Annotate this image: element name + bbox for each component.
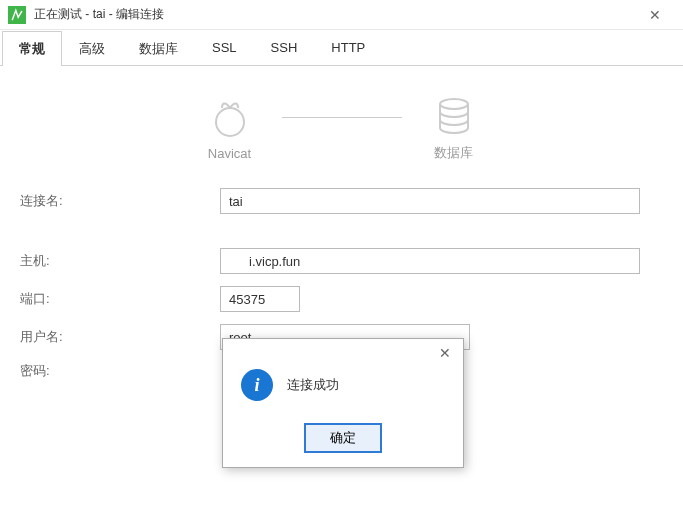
- message-dialog: ✕ i 连接成功 确定: [222, 338, 464, 468]
- user-label: 用户名:: [20, 328, 220, 346]
- tab-ssh[interactable]: SSH: [254, 31, 315, 66]
- hero-navicat-label: Navicat: [208, 146, 251, 161]
- port-label: 端口:: [20, 290, 220, 308]
- port-input[interactable]: [220, 286, 300, 312]
- dialog-close-icon[interactable]: ✕: [435, 345, 455, 361]
- database-icon: [432, 94, 476, 138]
- svg-point-1: [440, 99, 468, 109]
- hero-database-label: 数据库: [434, 144, 473, 162]
- app-icon: [8, 6, 26, 24]
- connection-label: 连接名:: [20, 192, 220, 210]
- tab-ssl[interactable]: SSL: [195, 31, 254, 66]
- tab-http[interactable]: HTTP: [314, 31, 382, 66]
- hero: Navicat 数据库: [0, 66, 683, 178]
- hero-navicat: Navicat: [208, 96, 252, 161]
- info-icon: i: [241, 369, 273, 401]
- hero-connector-line: [282, 117, 402, 118]
- titlebar: 正在测试 - tai - 编辑连接 ✕: [0, 0, 683, 30]
- host-input[interactable]: [220, 248, 640, 274]
- tab-general[interactable]: 常规: [2, 31, 62, 66]
- tab-database[interactable]: 数据库: [122, 31, 195, 66]
- close-icon[interactable]: ✕: [635, 1, 675, 29]
- window-title: 正在测试 - tai - 编辑连接: [34, 6, 635, 23]
- dialog-message: 连接成功: [287, 376, 339, 394]
- host-label: 主机:: [20, 252, 220, 270]
- tab-bar: 常规 高级 数据库 SSL SSH HTTP: [0, 30, 683, 66]
- ok-button[interactable]: 确定: [304, 423, 382, 453]
- svg-point-0: [216, 108, 244, 136]
- navicat-icon: [208, 96, 252, 140]
- pass-label: 密码:: [20, 362, 220, 380]
- hero-database: 数据库: [432, 94, 476, 162]
- connection-input[interactable]: [220, 188, 640, 214]
- tab-advanced[interactable]: 高级: [62, 31, 122, 66]
